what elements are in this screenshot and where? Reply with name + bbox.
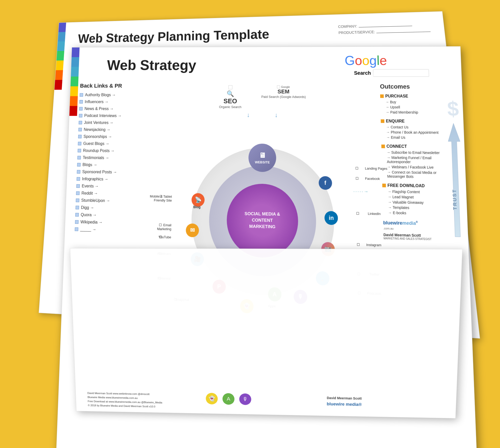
bottom-page-content: © 2018 by Bluewire Media and David Meerm…	[70, 248, 462, 418]
enquire-icon	[381, 119, 384, 123]
scene: Web Strategy Planning Template COMPANY: …	[29, 12, 471, 436]
linkedin-label: LinkedIn	[368, 212, 381, 216]
mobile-tablet-label: Mobile & TabletFriendly Site	[142, 194, 172, 203]
list-item: News & Press →	[79, 107, 147, 111]
backlinks-title: Back Links & PR	[80, 83, 147, 89]
social-media-circle: SOCIAL MEDIA &CONTENTMARKETING	[227, 183, 298, 258]
dotted-arrow: ·····→	[353, 189, 369, 194]
checkbox[interactable]	[78, 142, 81, 145]
outcomes-title: Outcomes	[380, 83, 452, 90]
checkbox[interactable]	[77, 170, 80, 174]
seo-block: 🔍 SEO Organic Search	[219, 85, 241, 109]
email-checkbox[interactable]: ☐	[159, 223, 162, 227]
outcome-connect: CONNECT Subscribe to Email Newsletter Ma…	[381, 144, 455, 179]
podcasts-bottom-icon: 🎙	[239, 393, 251, 405]
google-logo: Google	[344, 53, 387, 68]
download-icon	[382, 184, 386, 187]
purchase-icon	[380, 94, 384, 98]
outcome-item: Subscribe to Email Newsletter	[387, 150, 454, 155]
back-page-fields: COMPANY: PRODUCT/SERVICE:	[338, 22, 431, 37]
outcome-item: Connect on Social Media or Messenger Bot…	[387, 170, 455, 179]
checkbox[interactable]	[76, 191, 79, 195]
checkbox[interactable]	[79, 121, 82, 124]
list-item: Testimonials →	[77, 155, 146, 160]
outcome-item: Valuable Giveaway	[388, 200, 456, 205]
checkbox[interactable]	[79, 114, 82, 117]
david-bottom-logo: David Meerman Scott	[327, 396, 444, 402]
checkbox[interactable]	[79, 100, 83, 104]
sem-block: Google SEM Paid Search (Google Adwords)	[261, 85, 306, 109]
checkbox[interactable]	[76, 206, 79, 209]
bottom-col-2: 👻 A 🎙	[204, 254, 321, 411]
checkbox[interactable]	[77, 156, 81, 159]
linkedin-checkbox[interactable]: ☐	[356, 211, 359, 215]
seo-sublabel: Organic Search	[219, 105, 241, 109]
dollar-sign: $	[447, 97, 459, 121]
list-item: Sponsorships →	[78, 134, 146, 139]
outcome-purchase: PURCHASE Buy Upsell Paid Membership	[380, 94, 453, 114]
outcome-item: E-books	[388, 211, 456, 216]
landing-pages-label: Landing Pages	[365, 167, 387, 171]
outcome-enquire: ENQUIRE Contact Us Phone / Book an Appoi…	[381, 119, 453, 140]
checkbox[interactable]	[80, 93, 83, 97]
google-icon	[277, 85, 280, 88]
snapchat-bottom-icon: 👻	[206, 393, 218, 404]
youtube-checkbox[interactable]: ☐	[159, 235, 162, 239]
list-item: Sponsored Posts →	[77, 170, 145, 175]
list-item: Infographics →	[77, 176, 145, 182]
search-label: Search	[354, 70, 371, 76]
apps-bottom-icon: A	[222, 393, 234, 405]
purchase-title: PURCHASE	[380, 94, 452, 98]
backlinks-list: Authority Blogs → Influencers → News & P…	[75, 93, 147, 233]
sem-sublabel: Paid Search (Google Adwords)	[261, 95, 306, 99]
bottom-col-3: bluewire media® David Meerman Scott	[327, 254, 449, 413]
landing-pages-checkbox[interactable]: ☐	[355, 166, 359, 170]
list-item: Quora →	[75, 212, 144, 218]
down-arrows: ↓ ↓	[247, 112, 278, 119]
seo-checkbox[interactable]	[228, 85, 232, 89]
page-title: Web Strategy	[107, 57, 196, 73]
mobile-checkbox[interactable]: ☐	[159, 194, 162, 198]
checkbox[interactable]	[75, 227, 78, 231]
linkedin-icon-badge: in	[325, 211, 338, 225]
checkbox[interactable]	[76, 199, 79, 202]
facebook-checkbox[interactable]: ☐	[356, 176, 359, 180]
bluewire-brand: bluewiremedia®	[383, 220, 457, 227]
instagram-checkbox[interactable]: ☐	[357, 243, 360, 247]
list-item: StumbleUpon →	[76, 198, 145, 204]
checkbox[interactable]	[77, 177, 80, 181]
company-label: COMPANY:	[338, 24, 358, 29]
checkbox[interactable]	[78, 135, 82, 138]
list-item: Blogs →	[77, 162, 145, 168]
svg-text:TRUST: TRUST	[452, 189, 458, 210]
checkbox[interactable]	[75, 220, 78, 224]
outcome-item: Flagship Content	[388, 190, 456, 195]
checkbox[interactable]	[77, 163, 80, 167]
free-download-title: FREE DOWNLOAD	[382, 183, 455, 189]
list-item: Newsjacking →	[78, 127, 147, 132]
bottom-col-1: © 2018 by Bluewire Media and David Meerm…	[82, 253, 199, 409]
bottom-item: Bluewire Media www.bluewiremedia.com.au	[88, 396, 199, 400]
outcome-item: Email Us	[386, 135, 454, 140]
list-item: Podcast Interviews →	[79, 113, 147, 118]
search-input[interactable]	[373, 69, 429, 77]
outcome-item: Lead Magnet	[388, 195, 456, 200]
outcome-item: Contact Us	[386, 125, 453, 129]
list-item: Wikipedia →	[75, 220, 144, 225]
seo-label: SEO	[223, 97, 237, 105]
checkbox[interactable]	[78, 128, 82, 131]
checkbox[interactable]	[78, 149, 81, 152]
checkbox[interactable]	[79, 107, 83, 111]
checkbox[interactable]	[75, 213, 79, 217]
list-item: Reddit →	[76, 191, 145, 196]
outcome-item: Paid Membership	[386, 110, 453, 115]
enquire-title: ENQUIRE	[381, 119, 453, 124]
list-item: Joint Ventures →	[79, 120, 147, 125]
outcome-item: Upsell	[386, 105, 453, 110]
outcome-item: Buy	[385, 100, 452, 104]
facebook-label: Facebook	[365, 177, 380, 181]
list-item: Roundup Posts →	[78, 148, 146, 154]
instagram-label: Instagram	[366, 243, 381, 247]
bluewire-logo: bluewiremedia® .com.au	[383, 220, 457, 231]
checkbox[interactable]	[76, 184, 80, 188]
